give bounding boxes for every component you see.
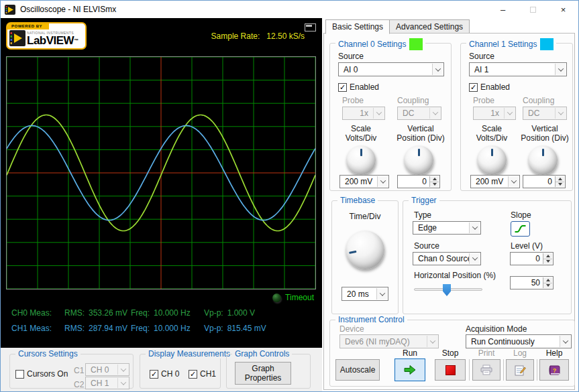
popout-window-icon[interactable] bbox=[305, 23, 316, 31]
ch0-coupling-dropdown: DC bbox=[397, 107, 441, 120]
trigger-slope-label: Slope bbox=[511, 210, 531, 220]
ch1-source-dropdown[interactable]: AI 1 bbox=[469, 62, 567, 76]
ch0-vpp-value: 1.000 V bbox=[227, 308, 255, 318]
ch0-scale-dropdown[interactable]: 200 mV bbox=[339, 175, 389, 188]
ch0-scale-knob[interactable] bbox=[346, 145, 376, 175]
bottom-strip: Cursors Settings Cursors On C1 CH 0 C2 C… bbox=[1, 348, 322, 391]
chevron-down-icon bbox=[120, 366, 125, 371]
measurement-readouts: CH0 Meas: RMS:353.26 mV Freq:10.000 Hz V… bbox=[11, 305, 313, 336]
run-button[interactable] bbox=[394, 358, 425, 381]
chevron-down-icon bbox=[558, 109, 563, 115]
maximize-button bbox=[518, 1, 548, 18]
display-ch0-checkbox[interactable]: ✓ bbox=[150, 370, 158, 379]
settings-panel: Basic Settings Advanced Settings Channel… bbox=[322, 18, 578, 391]
display-ch1-checkbox[interactable]: ✓ bbox=[189, 370, 197, 379]
log-button[interactable] bbox=[506, 359, 534, 381]
cursors-on-checkbox[interactable] bbox=[15, 370, 24, 379]
ch0-freq-label: Freq: bbox=[131, 308, 150, 318]
chevron-down-icon bbox=[562, 338, 568, 343]
ch1-scale-label: Scale bbox=[482, 124, 502, 133]
ch0-probe-label: Probe bbox=[342, 96, 364, 105]
waveform-graph bbox=[6, 56, 316, 289]
check-icon: ✓ bbox=[470, 84, 476, 91]
channel-1-color-swatch bbox=[540, 38, 554, 50]
trigger-source-dropdown[interactable]: Chan 0 Source bbox=[413, 252, 481, 265]
timebase-label: Timebase bbox=[337, 196, 378, 205]
stop-label: Stop bbox=[435, 348, 466, 358]
spin-up-icon[interactable] bbox=[546, 255, 550, 257]
spin-up-icon[interactable] bbox=[433, 178, 437, 180]
oscilloscope-window: Oscilloscope - NI ELVISmx – × POWERED BY… bbox=[0, 0, 579, 392]
stop-button[interactable] bbox=[435, 359, 466, 381]
acquisition-mode-dropdown[interactable]: Run Continuously bbox=[466, 334, 572, 348]
channel-1-settings-label: Channel 1 Settings bbox=[469, 40, 537, 49]
log-label: Log bbox=[506, 348, 534, 358]
help-button[interactable]: ? bbox=[539, 359, 569, 381]
spin-up-icon[interactable] bbox=[546, 279, 550, 281]
chevron-down-icon bbox=[507, 109, 512, 115]
device-dropdown: Dev6 (NI myDAQ) bbox=[339, 334, 439, 348]
ch0-source-dropdown[interactable]: AI 0 bbox=[338, 62, 444, 76]
labview-icon bbox=[9, 30, 25, 46]
cursors-settings-group: Cursors Settings Cursors On C1 CH 0 C2 C… bbox=[9, 354, 134, 389]
spin-down-icon[interactable] bbox=[433, 183, 437, 186]
run-label: Run bbox=[394, 348, 425, 358]
ch1-coupling-label: Coupling bbox=[523, 96, 554, 105]
trigger-label: Trigger bbox=[409, 196, 439, 205]
timediv-dropdown[interactable]: 20 ms bbox=[341, 287, 388, 301]
divider bbox=[503, 359, 504, 381]
display-ch0-label: CH 0 bbox=[161, 369, 179, 379]
trigger-level-spinner[interactable]: 0 bbox=[510, 252, 554, 265]
ch0-enabled-checkbox[interactable]: ✓ bbox=[338, 83, 347, 92]
ch0-vpos-label: Vertical bbox=[407, 124, 433, 133]
ch1-enabled-checkbox[interactable]: ✓ bbox=[469, 83, 478, 92]
spin-down-icon[interactable] bbox=[546, 260, 550, 263]
graph-controls-group: Graph Controls Graph Properties bbox=[226, 354, 311, 389]
display-ch1-label: CH1 bbox=[200, 369, 216, 379]
trigger-type-dropdown[interactable]: Edge bbox=[413, 221, 481, 235]
ch1-scale-dropdown[interactable]: 200 mV bbox=[470, 175, 520, 188]
ch0-vpos-knob[interactable] bbox=[404, 145, 433, 175]
horizontal-position-slider[interactable] bbox=[414, 283, 482, 296]
ch0-vpos-spinner[interactable]: 0 bbox=[397, 175, 440, 188]
ch1-scale-knob[interactable] bbox=[477, 145, 507, 175]
spin-up-icon[interactable] bbox=[558, 178, 562, 180]
instrument-control-group: Instrument Control Device Dev6 (NI myDAQ… bbox=[329, 320, 575, 387]
horizontal-position-spinner[interactable]: 50 bbox=[510, 276, 554, 289]
chevron-down-icon bbox=[435, 66, 440, 71]
trigger-group: Trigger Type Edge Slope Source Chan 0 So… bbox=[403, 200, 572, 314]
ch1-probe-dropdown: 1x bbox=[473, 107, 516, 120]
chevron-down-icon bbox=[472, 224, 477, 229]
print-label: Print bbox=[472, 348, 501, 358]
divider bbox=[469, 359, 470, 381]
trigger-slope-button[interactable] bbox=[511, 221, 530, 237]
ch0-coupling-label: Coupling bbox=[397, 96, 429, 105]
ch1-vpos-knob[interactable] bbox=[528, 145, 558, 175]
printer-icon bbox=[480, 365, 493, 375]
timediv-knob[interactable] bbox=[346, 231, 384, 269]
horizontal-position-slider-thumb[interactable] bbox=[443, 284, 451, 296]
chevron-down-icon bbox=[376, 109, 381, 115]
chevron-down-icon bbox=[429, 338, 435, 343]
ch1-vpos-spinner[interactable]: 0 bbox=[523, 175, 566, 188]
chevron-down-icon bbox=[432, 109, 437, 115]
spin-down-icon[interactable] bbox=[558, 183, 562, 186]
graph-properties-button[interactable]: Graph Properties bbox=[235, 362, 291, 385]
autoscale-button[interactable]: Autoscale bbox=[335, 359, 380, 381]
ch1-source-label: Source bbox=[469, 52, 494, 61]
spin-down-icon[interactable] bbox=[546, 284, 550, 287]
tab-advanced-settings[interactable]: Advanced Settings bbox=[389, 19, 470, 34]
channel-0-settings-label: Channel 0 Settings bbox=[338, 40, 406, 49]
ch1-rms-value: 287.94 mV bbox=[89, 324, 127, 333]
sample-rate-label: Sample Rate: bbox=[211, 31, 260, 41]
chevron-down-icon bbox=[120, 379, 125, 385]
acquisition-mode-label: Acquisition Mode bbox=[466, 324, 527, 334]
tab-basic-settings[interactable]: Basic Settings bbox=[325, 19, 390, 34]
device-label: Device bbox=[339, 324, 364, 334]
sample-rate: Sample Rate:12.50 kS/s bbox=[211, 31, 305, 41]
ch0-vpp-label: Vp-p: bbox=[204, 308, 223, 318]
divider bbox=[537, 359, 537, 381]
minimize-button[interactable]: – bbox=[488, 1, 518, 18]
close-button[interactable]: × bbox=[548, 1, 578, 18]
ch1-enabled-label: Enabled bbox=[480, 82, 510, 92]
